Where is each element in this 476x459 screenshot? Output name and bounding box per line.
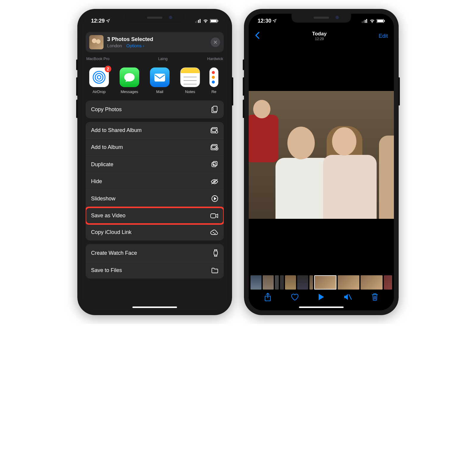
notch	[125, 14, 184, 23]
svg-rect-18	[213, 161, 217, 166]
cellular-icon	[362, 19, 368, 23]
location-icon	[273, 19, 277, 23]
nav-bar: Today 12:29 Edit	[249, 28, 394, 43]
mute-button[interactable]	[344, 293, 352, 302]
thumbnail[interactable]	[338, 275, 360, 290]
watch-icon	[213, 249, 218, 257]
action-group-main: Add to Shared Album Add to Album Duplica…	[86, 122, 224, 240]
back-button[interactable]	[255, 31, 260, 41]
speaker-mute-icon	[344, 293, 352, 301]
hide-icon	[211, 179, 218, 185]
notch	[292, 14, 351, 23]
airdrop-target[interactable]: Laing	[149, 56, 167, 61]
home-indicator[interactable]	[299, 306, 344, 308]
thumbnail[interactable]	[250, 275, 262, 290]
airdrop-target[interactable]: Hardwick	[207, 56, 223, 61]
trash-icon	[371, 293, 378, 301]
app-airdrop[interactable]: 2 AirDrop	[88, 67, 110, 94]
delete-button[interactable]	[371, 293, 378, 302]
mail-icon	[153, 71, 166, 84]
wifi-icon	[369, 19, 375, 23]
svg-rect-29	[377, 20, 383, 22]
thumbnail-strip[interactable]	[249, 275, 394, 290]
favorite-button[interactable]	[291, 293, 299, 302]
action-copy-photos[interactable]: Copy Photos	[86, 100, 224, 118]
share-options-link[interactable]: Options ›	[126, 43, 144, 48]
svg-rect-27	[366, 19, 367, 23]
action-add-album[interactable]: Add to Album	[86, 139, 224, 156]
svg-rect-3	[200, 19, 201, 23]
action-group-copy: Copy Photos	[86, 100, 224, 118]
svg-point-7	[97, 76, 101, 79]
svg-rect-25	[363, 21, 364, 23]
svg-rect-26	[365, 20, 366, 23]
svg-rect-1	[197, 21, 198, 23]
messages-icon	[123, 71, 136, 84]
status-time: 12:29	[91, 18, 105, 24]
thumbnail[interactable]	[361, 275, 383, 290]
nav-title: Today	[312, 31, 327, 37]
app-reminders[interactable]: Re	[209, 67, 218, 94]
thumbnail[interactable]	[309, 275, 313, 290]
share-icon	[264, 293, 271, 301]
svg-point-8	[95, 73, 103, 81]
thumbnail[interactable]	[263, 275, 274, 290]
svg-point-14	[215, 131, 218, 133]
battery-icon	[210, 19, 218, 23]
status-time: 12:30	[258, 18, 271, 24]
play-circle-icon	[211, 195, 218, 202]
svg-rect-10	[155, 74, 165, 81]
chevron-left-icon	[255, 31, 260, 40]
play-icon	[318, 293, 325, 301]
heart-icon	[291, 293, 299, 301]
thumbnail[interactable]	[285, 275, 296, 290]
airdrop-target[interactable]: MacBook Pro	[86, 56, 109, 61]
thumbnail[interactable]	[297, 275, 308, 290]
app-notes[interactable]: Notes	[179, 67, 201, 94]
thumbnail[interactable]	[275, 275, 279, 290]
action-save-as-video[interactable]: Save as Video	[86, 208, 224, 224]
phone-share-sheet: 12:29 3 Photos Selected London Options ›	[77, 9, 232, 315]
album-add-icon	[211, 144, 218, 150]
app-share-row: 2 AirDrop Messages Mail	[82, 61, 227, 97]
app-messages[interactable]: Messages	[118, 67, 140, 94]
svg-rect-23	[214, 251, 217, 255]
thumbnail[interactable]	[280, 275, 284, 290]
svg-rect-22	[211, 214, 216, 218]
edit-button[interactable]: Edit	[379, 33, 388, 39]
svg-rect-11	[213, 106, 217, 111]
svg-rect-6	[217, 20, 218, 22]
share-thumbnail	[89, 35, 104, 49]
action-duplicate[interactable]: Duplicate	[86, 156, 224, 173]
cloud-link-icon	[210, 230, 218, 235]
action-copy-icloud-link[interactable]: Copy iCloud Link	[86, 224, 224, 240]
action-add-shared-album[interactable]: Add to Shared Album	[86, 122, 224, 139]
photo-toolbar	[249, 290, 394, 307]
photo-viewport[interactable]	[249, 91, 394, 219]
share-button[interactable]	[264, 293, 271, 303]
duplicate-icon	[211, 161, 218, 168]
svg-rect-5	[211, 20, 217, 22]
play-button[interactable]	[318, 293, 325, 302]
home-indicator[interactable]	[132, 306, 177, 308]
action-slideshow[interactable]: Slideshow	[86, 190, 224, 208]
status-icons	[195, 19, 218, 23]
thumbnail-selected[interactable]	[314, 275, 336, 290]
folder-icon	[211, 268, 218, 273]
svg-rect-24	[362, 21, 363, 23]
battery-icon	[377, 19, 385, 23]
share-header: 3 Photos Selected London Options ›	[86, 32, 224, 52]
action-hide[interactable]: Hide	[86, 173, 224, 190]
airdrop-targets-row: MacBook Pro Laing Hardwick	[82, 56, 227, 61]
shared-album-icon	[211, 127, 218, 133]
app-mail[interactable]: Mail	[149, 67, 171, 94]
share-title: 3 Photos Selected	[107, 36, 207, 43]
svg-rect-30	[384, 20, 385, 22]
location-icon	[106, 19, 110, 23]
video-icon	[210, 213, 218, 219]
action-group-extra: Create Watch Face Save to Files	[86, 244, 224, 279]
close-button[interactable]	[211, 37, 220, 47]
thumbnail[interactable]	[384, 275, 392, 290]
action-save-to-files[interactable]: Save to Files	[86, 262, 224, 279]
action-create-watch-face[interactable]: Create Watch Face	[86, 244, 224, 262]
